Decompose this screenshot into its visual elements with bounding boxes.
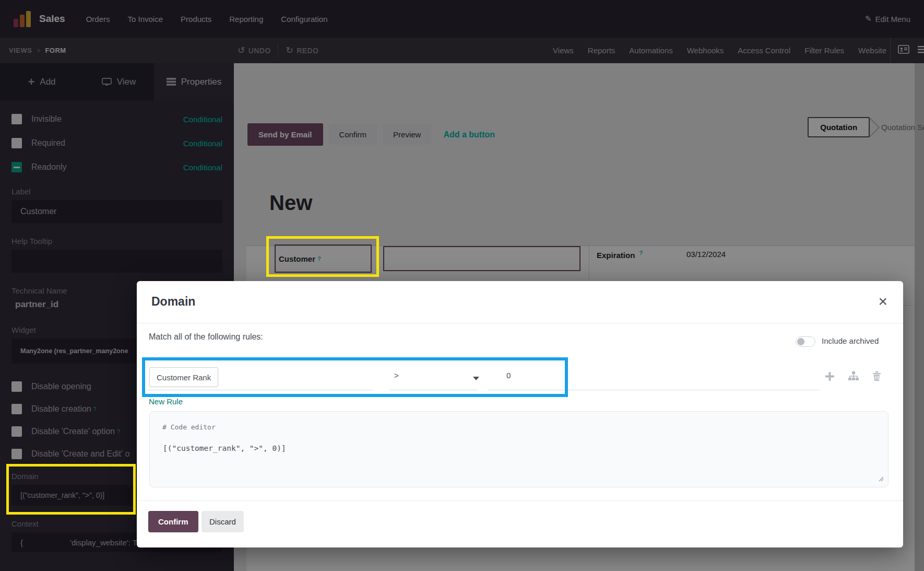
dialog-header-divider — [137, 323, 903, 323]
include-archived-label: Include archived — [822, 336, 879, 345]
resize-handle-icon[interactable] — [878, 474, 884, 484]
rule-value-input[interactable]: 0 — [506, 371, 511, 380]
rule-operator-select[interactable]: > — [394, 371, 399, 380]
match-rules-text: Match all of the following rules: — [149, 332, 263, 342]
rule-operator-underline — [389, 390, 478, 390]
add-branch-icon[interactable] — [848, 371, 859, 381]
chevron-down-icon — [473, 377, 479, 380]
app-screen: Sales Orders To Invoice Products Reporti… — [0, 0, 924, 571]
rule-field-input[interactable] — [147, 390, 373, 390]
delete-rule-icon[interactable] — [872, 371, 881, 381]
code-editor-comment: # Code editor — [162, 423, 216, 431]
rule-field-token[interactable]: Customer Rank — [149, 367, 218, 387]
rule-value-underline — [488, 390, 820, 390]
domain-dialog: Domain × Match all of the following rule… — [137, 281, 903, 547]
dialog-discard-button[interactable]: Discard — [202, 511, 244, 532]
code-editor[interactable]: # Code editor [("customer_rank", ">", 0)… — [149, 411, 889, 487]
code-editor-value: [("customer_rank", ">", 0)] — [163, 444, 286, 452]
dialog-footer-divider — [137, 500, 903, 501]
dialog-confirm-button[interactable]: Confirm — [148, 511, 198, 532]
new-rule-link[interactable]: New Rule — [149, 397, 183, 406]
toggle-knob — [797, 338, 804, 345]
rule-actions — [825, 371, 881, 381]
close-icon[interactable]: × — [875, 290, 891, 312]
dialog-title: Domain — [151, 295, 195, 309]
add-rule-icon[interactable] — [825, 371, 835, 381]
include-archived-toggle[interactable] — [796, 336, 815, 347]
